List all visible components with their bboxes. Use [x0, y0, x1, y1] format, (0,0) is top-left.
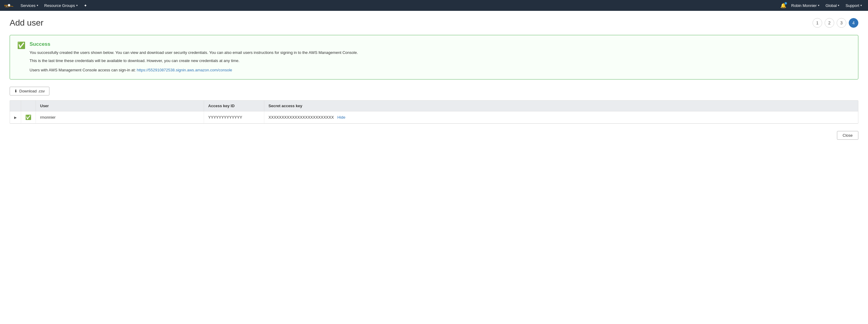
- user-name-cell: rmonnier: [36, 111, 204, 124]
- row-status-cell: ✅: [21, 111, 36, 124]
- step-4[interactable]: 4: [849, 18, 858, 28]
- success-check-icon: ✅: [17, 41, 25, 50]
- success-content: Success You successfully created the use…: [30, 41, 358, 73]
- col-status-header: [21, 101, 36, 111]
- svg-text:aws: aws: [4, 4, 8, 6]
- support-chevron-icon: ▾: [861, 4, 862, 7]
- region-chevron-icon: ▾: [838, 4, 839, 7]
- col-user-header: User: [36, 101, 204, 111]
- signin-url-link[interactable]: https://552910872538.signin.aws.amazon.c…: [137, 68, 232, 72]
- user-chevron-icon: ▾: [818, 4, 819, 7]
- download-csv-button[interactable]: ⬇ Download .csv: [10, 87, 50, 95]
- step-1[interactable]: 1: [812, 18, 822, 28]
- expand-arrow-icon[interactable]: ▶: [14, 116, 17, 119]
- services-label: Services: [21, 3, 36, 8]
- step-indicators: 1 2 3 4: [812, 18, 858, 28]
- navbar: aws Services ▾ Resource Groups ▾ ✦ 🔔 Rob…: [0, 0, 868, 11]
- page-header: Add user 1 2 3 4: [10, 18, 858, 28]
- notifications-bell[interactable]: 🔔: [780, 3, 786, 8]
- hide-secret-link[interactable]: Hide: [337, 115, 345, 120]
- notification-dot: [784, 2, 787, 4]
- access-key-id-cell: YYYYYYYYYYYYY: [204, 111, 264, 124]
- step-2[interactable]: 2: [825, 18, 834, 28]
- aws-logo: aws: [4, 2, 14, 9]
- main-content: Add user 1 2 3 4 ✅ Success You successfu…: [0, 11, 868, 149]
- secret-access-key-cell: XXXXXXXXXXXXXXXXXXXXXXXXX Hide: [264, 111, 858, 124]
- services-menu[interactable]: Services ▾: [18, 0, 41, 11]
- resource-groups-menu[interactable]: Resource Groups ▾: [42, 0, 80, 11]
- download-icon: ⬇: [14, 89, 18, 93]
- success-line2: This is the last time these credentials …: [30, 58, 358, 64]
- support-menu[interactable]: Support ▾: [843, 0, 864, 11]
- success-signin: Users with AWS Management Console access…: [30, 67, 358, 73]
- favorites-icon[interactable]: ✦: [82, 0, 90, 11]
- users-table: User Access key ID Secret access key ▶ ✅…: [10, 100, 858, 124]
- success-banner: ✅ Success You successfully created the u…: [10, 35, 858, 79]
- close-button[interactable]: Close: [837, 131, 858, 140]
- step-3[interactable]: 3: [837, 18, 846, 28]
- page-title: Add user: [10, 18, 43, 28]
- footer: Close: [10, 124, 858, 142]
- user-menu[interactable]: Robin Monnier ▾: [789, 0, 822, 11]
- col-expand-header: [10, 101, 21, 111]
- table-row: ▶ ✅ rmonnier YYYYYYYYYYYYY XXXXXXXXXXXXX…: [10, 111, 858, 124]
- table-header-row: User Access key ID Secret access key: [10, 101, 858, 111]
- success-title: Success: [30, 41, 358, 47]
- row-success-icon: ✅: [25, 115, 31, 120]
- resource-groups-chevron-icon: ▾: [76, 4, 78, 7]
- expand-cell: ▶: [10, 111, 21, 124]
- user-name: Robin Monnier: [791, 3, 817, 8]
- resource-groups-label: Resource Groups: [44, 3, 75, 8]
- region-menu[interactable]: Global ▾: [823, 0, 842, 11]
- services-chevron-icon: ▾: [37, 4, 38, 7]
- success-line1: You successfully created the users shown…: [30, 50, 358, 56]
- col-access-key-id-header: Access key ID: [204, 101, 264, 111]
- support-label: Support: [845, 3, 859, 8]
- col-secret-key-header: Secret access key: [264, 101, 858, 111]
- region-label: Global: [826, 3, 837, 8]
